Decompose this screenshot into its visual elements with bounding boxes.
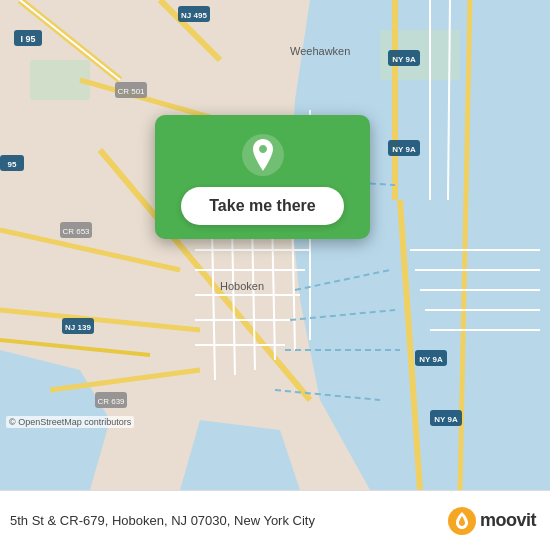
svg-text:95: 95 (8, 160, 17, 169)
moovit-label: moovit (480, 510, 536, 531)
map-container: Weehawken Hoboken I 95 NJ 495 CR 501 NY … (0, 0, 550, 490)
svg-text:Weehawken: Weehawken (290, 45, 350, 57)
svg-text:CR 653: CR 653 (62, 227, 90, 236)
svg-text:NY 9A: NY 9A (419, 355, 443, 364)
svg-text:NY 9A: NY 9A (392, 55, 416, 64)
svg-text:CR 501: CR 501 (117, 87, 145, 96)
svg-text:NJ 139: NJ 139 (65, 323, 91, 332)
location-pin-icon (241, 133, 285, 177)
address-text: 5th St & CR-679, Hoboken, NJ 07030, New … (10, 513, 448, 528)
svg-point-71 (448, 507, 476, 535)
moovit-icon (448, 507, 476, 535)
osm-credit: © OpenStreetMap contributors (6, 416, 134, 428)
svg-text:NJ 495: NJ 495 (181, 11, 207, 20)
svg-text:CR 639: CR 639 (97, 397, 125, 406)
location-popup: Take me there (155, 115, 370, 239)
svg-text:Hoboken: Hoboken (220, 280, 264, 292)
moovit-logo: moovit (448, 507, 536, 535)
svg-text:I 95: I 95 (20, 34, 35, 44)
bottom-bar: 5th St & CR-679, Hoboken, NJ 07030, New … (0, 490, 550, 550)
take-me-there-button[interactable]: Take me there (181, 187, 343, 225)
svg-text:NY 9A: NY 9A (434, 415, 458, 424)
svg-text:NY 9A: NY 9A (392, 145, 416, 154)
